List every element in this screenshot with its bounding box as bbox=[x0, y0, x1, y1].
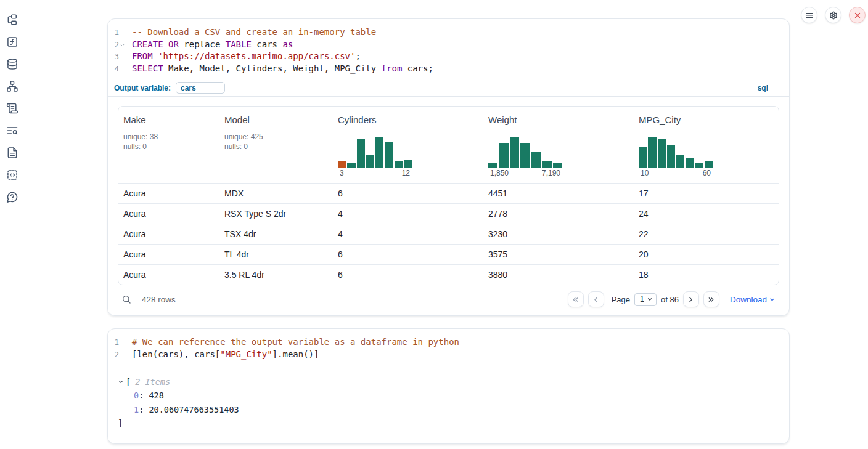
histogram-bar bbox=[404, 160, 412, 168]
page-total-label: of 86 bbox=[661, 295, 679, 304]
histogram-bar bbox=[366, 155, 374, 168]
table-cell: 22 bbox=[634, 229, 779, 239]
close-bracket: ] bbox=[118, 417, 779, 430]
data-table: Makeunique: 38nulls: 0Modelunique: 425nu… bbox=[118, 106, 779, 285]
column-header[interactable]: Weight1,8507,190 bbox=[483, 107, 634, 183]
page-select[interactable]: 1 bbox=[634, 293, 657, 306]
sidebar-item-data-sources[interactable] bbox=[6, 58, 18, 70]
sidebar bbox=[0, 0, 25, 449]
axis-min-label: 10 bbox=[641, 169, 649, 177]
code-line[interactable]: 2CREATE OR replace TABLE cars as bbox=[108, 39, 789, 51]
close-icon bbox=[853, 11, 862, 20]
table-cell: 4451 bbox=[483, 188, 634, 198]
database-icon bbox=[6, 58, 18, 70]
histogram-bar bbox=[338, 161, 346, 168]
table-row[interactable]: Acura3.5 RL 4dr6388018 bbox=[118, 264, 779, 285]
page-select-value: 1 bbox=[640, 295, 644, 304]
table-cell: Acura bbox=[118, 209, 219, 219]
language-badge: sql bbox=[758, 84, 768, 92]
column-header[interactable]: Makeunique: 38nulls: 0 bbox=[118, 107, 219, 183]
table-row[interactable]: AcuraMDX6445117 bbox=[118, 183, 779, 203]
shutdown-button[interactable] bbox=[849, 7, 866, 23]
column-header[interactable]: Cylinders312 bbox=[333, 107, 483, 183]
column-histogram: 1060 bbox=[639, 136, 713, 177]
table-header: Makeunique: 38nulls: 0Modelunique: 425nu… bbox=[118, 107, 779, 183]
output-variable-label: Output variable: bbox=[114, 84, 171, 92]
table-row[interactable]: AcuraTSX 4dr4323022 bbox=[118, 224, 779, 244]
sidebar-item-documentation[interactable] bbox=[6, 147, 18, 159]
code-line[interactable]: 3FROM 'https://datasets.marimo.app/cars.… bbox=[108, 51, 789, 63]
notebook: 1-- Download a CSV and create an in-memo… bbox=[107, 18, 790, 444]
sidebar-item-dependency-graph[interactable] bbox=[6, 80, 18, 92]
sql-cell-output: Makeunique: 38nulls: 0Modelunique: 425nu… bbox=[108, 96, 789, 315]
page-label: Page bbox=[612, 295, 630, 304]
chevron-down-icon bbox=[769, 296, 776, 303]
python-code-editor[interactable]: 1# We can reference the output variable … bbox=[108, 329, 789, 365]
column-header[interactable]: MPG_City1060 bbox=[634, 107, 779, 183]
code-line[interactable]: 2[len(cars), cars["MPG_City"].mean()] bbox=[108, 349, 789, 361]
table-body: AcuraMDX6445117AcuraRSX Type S 2dr427782… bbox=[118, 183, 779, 285]
sidebar-item-scratchpad[interactable] bbox=[6, 102, 18, 115]
download-button[interactable]: Download bbox=[730, 295, 776, 304]
histogram-bar bbox=[357, 139, 365, 168]
table-cell: 3.5 RL 4dr bbox=[219, 270, 333, 280]
table-row[interactable]: AcuraTL 4dr6357520 bbox=[118, 244, 779, 264]
code-line[interactable]: 4SELECT Make, Model, Cylinders, Weight, … bbox=[108, 63, 789, 75]
table-cell: 20 bbox=[634, 249, 779, 259]
histogram-bar bbox=[639, 147, 647, 168]
previous-page-button[interactable] bbox=[588, 291, 604, 307]
sidebar-item-logs[interactable] bbox=[6, 124, 18, 137]
table-cell: TL 4dr bbox=[219, 249, 333, 259]
table-cell: Acura bbox=[118, 188, 219, 198]
line-number: 1 bbox=[109, 26, 119, 39]
table-cell: Acura bbox=[118, 229, 219, 239]
table-footer: 428 rows Page 1 of 86 bbox=[118, 289, 779, 310]
axis-min-label: 3 bbox=[340, 169, 344, 177]
fold-chevron-icon[interactable] bbox=[119, 42, 126, 48]
items-count-label: 2 Items bbox=[135, 377, 170, 387]
line-number: 2 bbox=[109, 349, 119, 361]
output-variable-input[interactable] bbox=[176, 82, 225, 94]
axis-min-label: 1,850 bbox=[490, 169, 509, 177]
search-icon bbox=[121, 294, 131, 304]
column-stat: unique: 425 bbox=[224, 132, 328, 142]
table-row[interactable]: AcuraRSX Type S 2dr4277824 bbox=[118, 203, 779, 224]
sidebar-item-file-explorer[interactable] bbox=[6, 14, 18, 26]
table-cell: 6 bbox=[333, 249, 483, 259]
chevrons-right-icon bbox=[707, 296, 715, 304]
histogram-bar bbox=[499, 143, 508, 168]
row-count: 428 rows bbox=[142, 295, 176, 304]
code-line[interactable]: 1# We can reference the output variable … bbox=[108, 336, 789, 349]
line-number: 2 bbox=[109, 39, 119, 51]
table-cell: Acura bbox=[118, 270, 219, 280]
histogram-bar bbox=[695, 163, 703, 168]
histogram-bar bbox=[510, 137, 519, 168]
column-stat: unique: 38 bbox=[123, 132, 215, 142]
column-label: Model bbox=[224, 115, 328, 125]
histogram-bar bbox=[542, 161, 551, 168]
first-page-button[interactable] bbox=[568, 291, 584, 307]
column-stat: nulls: 0 bbox=[224, 142, 328, 152]
table-cell: 4 bbox=[333, 229, 483, 239]
sidebar-item-snippets[interactable] bbox=[6, 169, 18, 181]
sidebar-item-variables[interactable] bbox=[6, 36, 18, 48]
column-label: Weight bbox=[488, 115, 629, 125]
collapse-chevron-icon[interactable] bbox=[118, 379, 124, 385]
settings-button[interactable] bbox=[825, 7, 841, 23]
help-bubble-icon bbox=[6, 191, 18, 203]
code-line[interactable]: 1-- Download a CSV and create an in-memo… bbox=[108, 26, 789, 39]
download-label: Download bbox=[730, 295, 767, 304]
sql-code-editor[interactable]: 1-- Download a CSV and create an in-memo… bbox=[108, 19, 789, 79]
sidebar-item-help[interactable] bbox=[6, 191, 18, 203]
search-button[interactable] bbox=[121, 294, 131, 304]
table-cell: Acura bbox=[118, 249, 219, 259]
histogram-bar bbox=[658, 139, 666, 168]
table-cell: 4 bbox=[333, 209, 483, 219]
chevrons-left-icon bbox=[571, 296, 579, 304]
column-header[interactable]: Modelunique: 425nulls: 0 bbox=[219, 107, 333, 183]
notebook-menu-button[interactable] bbox=[801, 7, 817, 23]
next-page-button[interactable] bbox=[683, 291, 699, 307]
histogram-bar bbox=[488, 163, 497, 168]
text-search-icon bbox=[6, 124, 18, 137]
last-page-button[interactable] bbox=[703, 291, 719, 307]
